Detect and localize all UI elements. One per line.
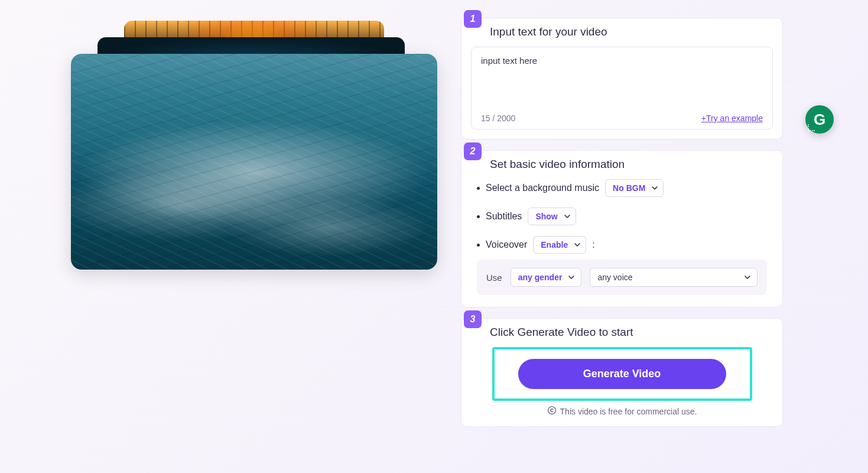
voice-value: any voice [597,273,632,282]
step1-card: 1 Input text for your video 15 / 2000 +T… [461,18,783,140]
voice-select[interactable]: any voice [590,268,758,287]
voiceover-select[interactable]: Enable [533,236,586,254]
grammarly-badge[interactable]: G [805,105,834,134]
subtitles-select[interactable]: Show [528,208,576,225]
chevron-down-icon [564,213,571,220]
preview-card-front [71,54,437,270]
commercial-note: This video is free for commercial use. [471,406,773,417]
gender-value: any gender [518,273,563,282]
colon: : [592,239,594,250]
bgm-value: No BGM [613,183,645,193]
chevron-down-icon [744,274,751,281]
copyright-icon [547,406,557,417]
text-input-container: 15 / 2000 +Try an example [471,47,773,129]
generate-highlight-frame: Generate Video [492,347,752,401]
step3-title: Click Generate Video to start [490,326,773,339]
step1-title: Input text for your video [490,25,773,38]
step3-badge: 3 [464,310,482,328]
try-example-link[interactable]: +Try an example [701,114,763,123]
chevron-down-icon [568,274,575,281]
video-text-input[interactable] [472,47,772,106]
bullet-icon [477,244,480,247]
subtitles-label: Subtitles [486,211,522,222]
commercial-text: This video is free for commercial use. [560,407,697,416]
step2-card: 2 Set basic video information Select a b… [461,150,783,307]
subtitles-value: Show [535,212,557,221]
char-count: 15 / 2000 [481,114,515,123]
bullet-icon [477,215,480,218]
step2-badge: 2 [464,142,482,160]
voice-options-box: Use any gender any voice [477,260,767,295]
bgm-select[interactable]: No BGM [605,179,664,197]
grammarly-letter: G [814,111,825,129]
bgm-label: Select a background music [486,183,599,193]
preview-image-stack [71,21,437,269]
chevron-down-icon [651,184,658,192]
chevron-down-icon [574,241,581,248]
voiceover-label: Voiceover [486,239,527,250]
voiceover-value: Enable [541,240,568,250]
gender-select[interactable]: any gender [511,268,582,287]
step3-card: 3 Click Generate Video to start Generate… [461,318,783,427]
generate-video-button[interactable]: Generate Video [518,359,726,389]
step1-badge: 1 [464,10,482,28]
bullet-icon [477,187,480,190]
step2-title: Set basic video information [490,158,773,171]
use-label: Use [486,273,502,283]
svg-point-0 [548,407,555,414]
